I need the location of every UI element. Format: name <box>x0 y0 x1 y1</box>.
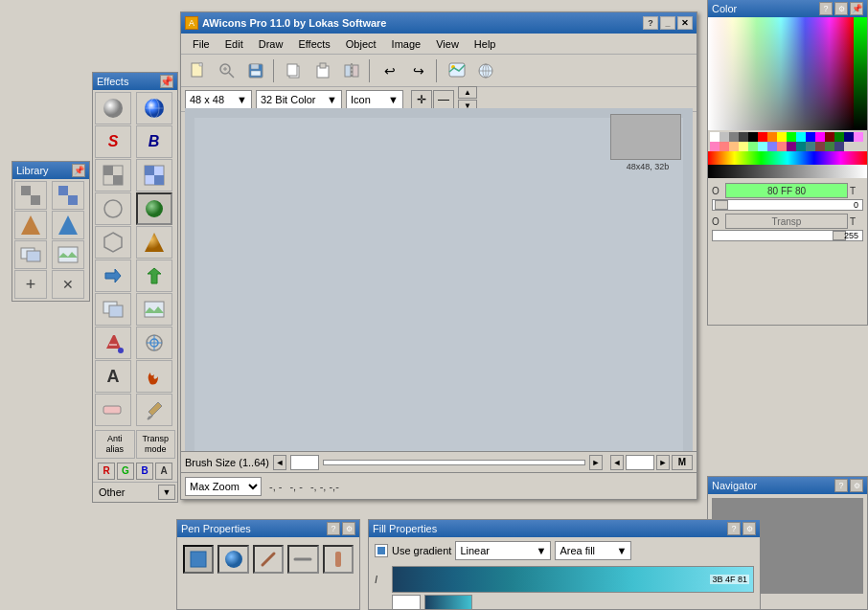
swatch-brown[interactable] <box>815 142 825 151</box>
swatch-gray[interactable] <box>729 132 739 142</box>
swatch-dgreen[interactable] <box>834 132 844 142</box>
color-track-1[interactable]: 0 <box>712 199 863 211</box>
r-btn[interactable]: R <box>98 463 115 480</box>
help-button[interactable]: ? <box>643 16 658 30</box>
menu-edit[interactable]: Edit <box>217 36 251 52</box>
brush-prev[interactable]: ◄ <box>273 455 286 470</box>
tool-circle[interactable] <box>95 192 131 225</box>
grid-btn[interactable]: ✛ <box>411 90 432 109</box>
color-settings[interactable]: ⚙ <box>834 2 848 15</box>
export-btn[interactable] <box>444 58 470 83</box>
tool-erase[interactable] <box>95 394 131 426</box>
new-btn[interactable] <box>185 58 212 83</box>
tool-image1[interactable] <box>95 293 131 326</box>
copy-btn[interactable] <box>281 58 308 83</box>
zoom-select[interactable]: Max Zoom <box>185 477 262 496</box>
swatch-purple[interactable] <box>787 142 796 151</box>
swatch-yellow[interactable] <box>777 132 787 142</box>
library-pin[interactable]: 📌 <box>72 164 85 177</box>
lib-item-0[interactable] <box>14 181 47 210</box>
brush-value-right[interactable]: 85 <box>626 455 654 470</box>
paste-btn[interactable] <box>309 58 336 83</box>
menu-view[interactable]: View <box>428 36 467 52</box>
anti-alias-btn[interactable]: Anti alias <box>95 430 135 459</box>
color-track-2[interactable]: 255 <box>712 230 863 241</box>
color-spectrum[interactable] <box>708 17 854 130</box>
lib-item-remove[interactable]: ✕ <box>52 270 84 299</box>
tool-b[interactable]: B <box>136 125 172 158</box>
lib-item-2[interactable] <box>14 211 47 239</box>
swatch-cyan[interactable] <box>796 132 806 142</box>
transp-value[interactable]: Transp <box>725 214 848 229</box>
bit-dropdown[interactable]: 32 Bit Color ▼ <box>256 90 342 109</box>
canvas-area[interactable]: 48x48, 32b <box>185 108 693 468</box>
swatch-pink[interactable] <box>710 142 720 151</box>
menu-object[interactable]: Object <box>338 36 384 52</box>
tool-hex[interactable] <box>95 226 131 259</box>
swatch-olive2[interactable] <box>825 142 834 151</box>
menu-help[interactable]: Help <box>467 36 504 52</box>
fill-help[interactable]: ? <box>727 522 741 535</box>
minus-btn[interactable]: — <box>433 90 454 109</box>
brush-next[interactable]: ► <box>589 455 603 470</box>
effects-pin[interactable]: 📌 <box>160 75 173 88</box>
swatch-lcyan[interactable] <box>758 142 767 151</box>
color-pin[interactable]: 📌 <box>850 2 863 15</box>
web-btn[interactable] <box>472 58 499 83</box>
flip-btn[interactable] <box>338 58 365 83</box>
other-dropdown[interactable]: ▼ <box>158 485 175 500</box>
swatch-orange[interactable] <box>767 132 777 142</box>
color-help[interactable]: ? <box>819 2 833 15</box>
pen-pipe[interactable] <box>323 545 354 574</box>
swatch-teal2[interactable] <box>806 142 815 151</box>
nav-help[interactable]: ? <box>834 479 848 492</box>
brush-plus[interactable]: ► <box>656 455 670 470</box>
use-gradient-checkbox[interactable] <box>375 544 388 557</box>
tool-checker1[interactable] <box>95 159 131 192</box>
swatch-lpink[interactable] <box>854 132 863 142</box>
lib-item-4[interactable] <box>14 240 47 269</box>
fill-settings[interactable]: ⚙ <box>742 522 756 535</box>
hex-value[interactable]: 80 FF 80 <box>725 183 848 198</box>
tool-image2[interactable] <box>136 293 172 326</box>
b-btn[interactable]: B <box>136 463 153 480</box>
lib-item-add[interactable]: + <box>14 270 47 299</box>
tool-s[interactable]: S <box>95 125 131 158</box>
gray-bar[interactable] <box>708 165 867 178</box>
zoom-btn[interactable] <box>214 58 240 83</box>
tool-arrow-up[interactable] <box>136 260 172 292</box>
swatch-blue[interactable] <box>806 132 815 142</box>
swatch-maroon[interactable] <box>825 132 834 142</box>
nav-settings[interactable]: ⚙ <box>850 479 863 492</box>
tool-sphere[interactable] <box>95 92 131 124</box>
swatch-peach[interactable] <box>729 142 739 151</box>
fill-num[interactable]: 0 <box>392 595 421 610</box>
swatch-lime[interactable] <box>787 132 796 142</box>
pen-circle[interactable] <box>217 545 248 574</box>
minimize-button[interactable]: _ <box>660 16 675 30</box>
tool-cone[interactable] <box>136 226 172 259</box>
swatch-lblue[interactable] <box>767 142 777 151</box>
lib-item-3[interactable] <box>52 211 84 239</box>
redo-btn[interactable]: ↪ <box>405 58 432 83</box>
tool-checker2[interactable] <box>136 159 172 192</box>
swatch-red[interactable] <box>758 132 767 142</box>
size-dropdown[interactable]: 48 x 48 ▼ <box>185 90 252 109</box>
lib-item-1[interactable] <box>52 181 84 210</box>
up-arrow[interactable]: ▲ <box>458 86 477 99</box>
tool-arrow-right[interactable] <box>95 260 131 292</box>
undo-btn[interactable]: ↩ <box>377 58 403 83</box>
tool-burn[interactable] <box>136 360 172 393</box>
swatch-navy[interactable] <box>844 132 854 142</box>
swatch-teal[interactable] <box>796 142 806 151</box>
menu-image[interactable]: Image <box>384 36 429 52</box>
hue-bar[interactable] <box>708 151 867 165</box>
swatch-lgray[interactable] <box>720 132 729 142</box>
tool-refract[interactable] <box>136 327 172 359</box>
brightness-slider[interactable] <box>854 17 867 130</box>
lib-item-5[interactable] <box>52 240 84 269</box>
gradient-type-dropdown[interactable]: Linear ▼ <box>455 541 551 560</box>
swatch-dgray[interactable] <box>739 132 748 142</box>
type-dropdown[interactable]: Icon ▼ <box>346 90 403 109</box>
brush-minus[interactable]: ◄ <box>610 455 624 470</box>
